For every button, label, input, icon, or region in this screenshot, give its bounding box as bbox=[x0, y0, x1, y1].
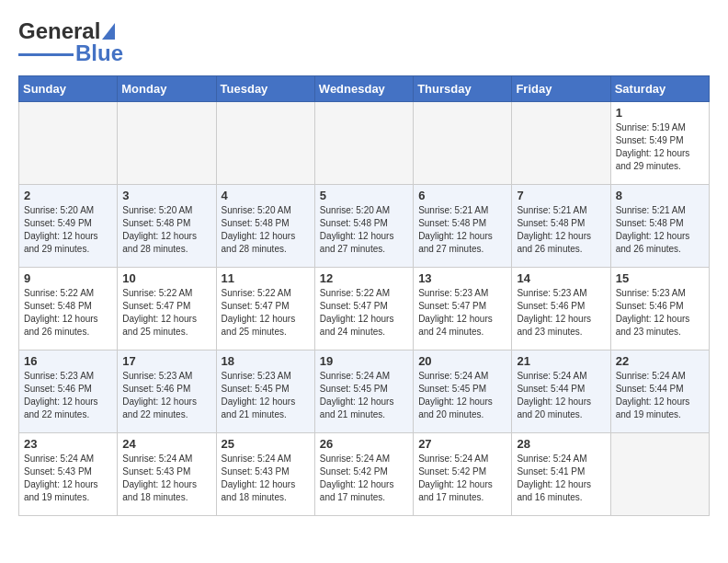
day-info: Sunrise: 5:20 AM Sunset: 5:49 PM Dayligh… bbox=[24, 204, 112, 256]
calendar: SundayMondayTuesdayWednesdayThursdayFrid… bbox=[18, 75, 710, 516]
day-header-sunday: Sunday bbox=[19, 76, 118, 102]
day-number: 19 bbox=[320, 354, 408, 368]
day-cell-1: 1Sunrise: 5:19 AM Sunset: 5:49 PM Daylig… bbox=[610, 102, 709, 185]
logo: General Blue bbox=[18, 18, 123, 66]
day-number: 2 bbox=[24, 189, 112, 202]
day-cell-19: 19Sunrise: 5:24 AM Sunset: 5:45 PM Dayli… bbox=[314, 350, 413, 433]
day-number: 28 bbox=[517, 437, 605, 451]
day-info: Sunrise: 5:23 AM Sunset: 5:46 PM Dayligh… bbox=[122, 370, 210, 421]
day-cell-2: 2Sunrise: 5:20 AM Sunset: 5:49 PM Daylig… bbox=[19, 185, 118, 268]
day-number: 11 bbox=[222, 271, 310, 285]
day-cell-18: 18Sunrise: 5:23 AM Sunset: 5:45 PM Dayli… bbox=[216, 350, 314, 433]
day-number: 13 bbox=[418, 271, 506, 285]
day-header-tuesday: Tuesday bbox=[216, 76, 314, 102]
day-cell-27: 27Sunrise: 5:24 AM Sunset: 5:42 PM Dayli… bbox=[414, 433, 512, 516]
empty-cell bbox=[314, 102, 413, 185]
days-header-row: SundayMondayTuesdayWednesdayThursdayFrid… bbox=[19, 76, 710, 102]
empty-cell bbox=[610, 433, 709, 516]
day-info: Sunrise: 5:23 AM Sunset: 5:46 PM Dayligh… bbox=[24, 370, 112, 421]
day-number: 18 bbox=[222, 354, 310, 368]
day-header-monday: Monday bbox=[118, 76, 216, 102]
day-number: 15 bbox=[616, 271, 704, 285]
page-header: General Blue bbox=[18, 18, 710, 66]
day-header-friday: Friday bbox=[512, 76, 610, 102]
day-info: Sunrise: 5:24 AM Sunset: 5:44 PM Dayligh… bbox=[517, 370, 605, 421]
day-info: Sunrise: 5:24 AM Sunset: 5:43 PM Dayligh… bbox=[222, 453, 310, 504]
day-info: Sunrise: 5:24 AM Sunset: 5:44 PM Dayligh… bbox=[616, 370, 704, 421]
day-info: Sunrise: 5:20 AM Sunset: 5:48 PM Dayligh… bbox=[122, 204, 210, 256]
day-header-thursday: Thursday bbox=[414, 76, 512, 102]
logo-blue: Blue bbox=[75, 40, 123, 66]
day-cell-7: 7Sunrise: 5:21 AM Sunset: 5:48 PM Daylig… bbox=[512, 185, 610, 268]
week-row-2: 2Sunrise: 5:20 AM Sunset: 5:49 PM Daylig… bbox=[19, 185, 710, 268]
day-info: Sunrise: 5:22 AM Sunset: 5:48 PM Dayligh… bbox=[24, 287, 112, 339]
day-number: 24 bbox=[122, 437, 210, 451]
day-number: 9 bbox=[24, 271, 112, 285]
logo-line bbox=[18, 53, 74, 56]
day-number: 21 bbox=[517, 354, 605, 368]
day-number: 8 bbox=[616, 189, 704, 202]
day-number: 14 bbox=[517, 271, 605, 285]
day-info: Sunrise: 5:22 AM Sunset: 5:47 PM Dayligh… bbox=[122, 287, 210, 339]
day-cell-14: 14Sunrise: 5:23 AM Sunset: 5:46 PM Dayli… bbox=[512, 268, 610, 350]
empty-cell bbox=[118, 102, 216, 185]
day-cell-5: 5Sunrise: 5:20 AM Sunset: 5:48 PM Daylig… bbox=[314, 185, 413, 268]
week-row-1: 1Sunrise: 5:19 AM Sunset: 5:49 PM Daylig… bbox=[19, 102, 710, 185]
day-cell-6: 6Sunrise: 5:21 AM Sunset: 5:48 PM Daylig… bbox=[414, 185, 512, 268]
empty-cell bbox=[19, 102, 118, 185]
day-number: 3 bbox=[122, 189, 210, 202]
day-info: Sunrise: 5:24 AM Sunset: 5:43 PM Dayligh… bbox=[122, 453, 210, 504]
day-cell-20: 20Sunrise: 5:24 AM Sunset: 5:45 PM Dayli… bbox=[414, 350, 512, 433]
day-number: 7 bbox=[517, 189, 605, 202]
day-cell-13: 13Sunrise: 5:23 AM Sunset: 5:47 PM Dayli… bbox=[414, 268, 512, 350]
day-info: Sunrise: 5:21 AM Sunset: 5:48 PM Dayligh… bbox=[418, 204, 506, 256]
day-cell-25: 25Sunrise: 5:24 AM Sunset: 5:43 PM Dayli… bbox=[216, 433, 314, 516]
week-row-3: 9Sunrise: 5:22 AM Sunset: 5:48 PM Daylig… bbox=[19, 268, 710, 350]
day-number: 23 bbox=[24, 437, 112, 451]
day-cell-23: 23Sunrise: 5:24 AM Sunset: 5:43 PM Dayli… bbox=[19, 433, 118, 516]
day-header-wednesday: Wednesday bbox=[314, 76, 413, 102]
day-info: Sunrise: 5:23 AM Sunset: 5:45 PM Dayligh… bbox=[222, 370, 310, 421]
day-cell-24: 24Sunrise: 5:24 AM Sunset: 5:43 PM Dayli… bbox=[118, 433, 216, 516]
empty-cell bbox=[216, 102, 314, 185]
empty-cell bbox=[414, 102, 512, 185]
day-info: Sunrise: 5:22 AM Sunset: 5:47 PM Dayligh… bbox=[222, 287, 310, 339]
day-info: Sunrise: 5:20 AM Sunset: 5:48 PM Dayligh… bbox=[222, 204, 310, 256]
day-info: Sunrise: 5:19 AM Sunset: 5:49 PM Dayligh… bbox=[616, 121, 704, 173]
day-number: 22 bbox=[616, 354, 704, 368]
day-number: 5 bbox=[320, 189, 408, 202]
day-cell-11: 11Sunrise: 5:22 AM Sunset: 5:47 PM Dayli… bbox=[216, 268, 314, 350]
day-info: Sunrise: 5:20 AM Sunset: 5:48 PM Dayligh… bbox=[320, 204, 408, 256]
day-cell-12: 12Sunrise: 5:22 AM Sunset: 5:47 PM Dayli… bbox=[314, 268, 413, 350]
day-number: 10 bbox=[122, 271, 210, 285]
day-cell-4: 4Sunrise: 5:20 AM Sunset: 5:48 PM Daylig… bbox=[216, 185, 314, 268]
week-row-5: 23Sunrise: 5:24 AM Sunset: 5:43 PM Dayli… bbox=[19, 433, 710, 516]
day-cell-9: 9Sunrise: 5:22 AM Sunset: 5:48 PM Daylig… bbox=[19, 268, 118, 350]
empty-cell bbox=[512, 102, 610, 185]
day-cell-22: 22Sunrise: 5:24 AM Sunset: 5:44 PM Dayli… bbox=[610, 350, 709, 433]
day-info: Sunrise: 5:24 AM Sunset: 5:45 PM Dayligh… bbox=[418, 370, 506, 421]
day-cell-17: 17Sunrise: 5:23 AM Sunset: 5:46 PM Dayli… bbox=[118, 350, 216, 433]
day-cell-8: 8Sunrise: 5:21 AM Sunset: 5:48 PM Daylig… bbox=[610, 185, 709, 268]
day-info: Sunrise: 5:23 AM Sunset: 5:46 PM Dayligh… bbox=[517, 287, 605, 339]
day-cell-26: 26Sunrise: 5:24 AM Sunset: 5:42 PM Dayli… bbox=[314, 433, 413, 516]
day-number: 16 bbox=[24, 354, 112, 368]
day-info: Sunrise: 5:24 AM Sunset: 5:43 PM Dayligh… bbox=[24, 453, 112, 504]
day-number: 1 bbox=[616, 106, 704, 120]
logo-triangle bbox=[102, 23, 115, 40]
day-number: 6 bbox=[418, 189, 506, 202]
day-cell-21: 21Sunrise: 5:24 AM Sunset: 5:44 PM Dayli… bbox=[512, 350, 610, 433]
day-info: Sunrise: 5:22 AM Sunset: 5:47 PM Dayligh… bbox=[320, 287, 408, 339]
day-cell-15: 15Sunrise: 5:23 AM Sunset: 5:46 PM Dayli… bbox=[610, 268, 709, 350]
day-number: 4 bbox=[222, 189, 310, 202]
day-cell-3: 3Sunrise: 5:20 AM Sunset: 5:48 PM Daylig… bbox=[118, 185, 216, 268]
day-number: 25 bbox=[222, 437, 310, 451]
day-info: Sunrise: 5:24 AM Sunset: 5:42 PM Dayligh… bbox=[418, 453, 506, 504]
day-info: Sunrise: 5:24 AM Sunset: 5:41 PM Dayligh… bbox=[517, 453, 605, 504]
week-row-4: 16Sunrise: 5:23 AM Sunset: 5:46 PM Dayli… bbox=[19, 350, 710, 433]
day-info: Sunrise: 5:23 AM Sunset: 5:47 PM Dayligh… bbox=[418, 287, 506, 339]
day-number: 27 bbox=[418, 437, 506, 451]
day-info: Sunrise: 5:24 AM Sunset: 5:45 PM Dayligh… bbox=[320, 370, 408, 421]
day-info: Sunrise: 5:21 AM Sunset: 5:48 PM Dayligh… bbox=[517, 204, 605, 256]
day-info: Sunrise: 5:23 AM Sunset: 5:46 PM Dayligh… bbox=[616, 287, 704, 339]
